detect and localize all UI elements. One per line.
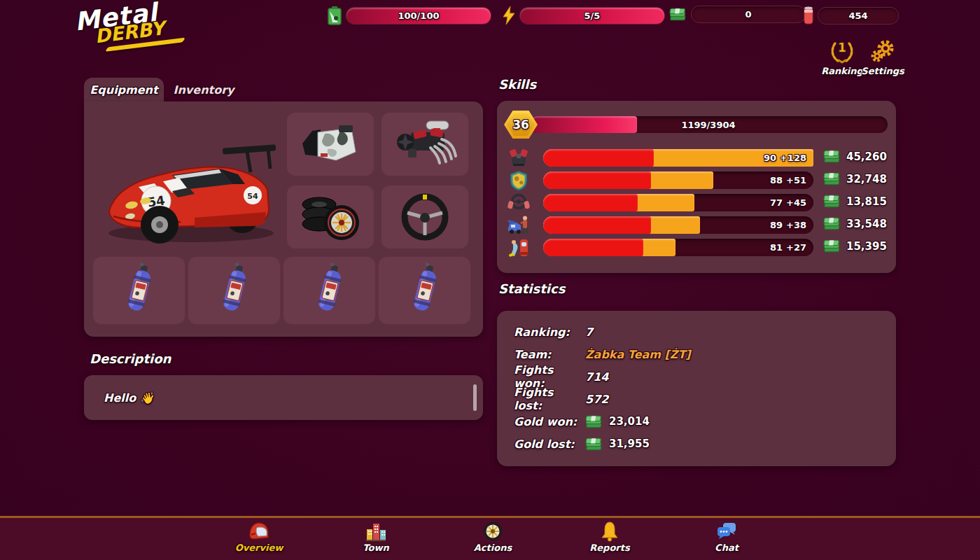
energy-resource: 5/5	[501, 6, 665, 25]
settings-label: Settings	[861, 66, 904, 76]
team-link[interactable]: Żabka Team [ŻT]	[585, 348, 691, 361]
stat-fights-lost: Fights lost: 572	[514, 391, 608, 407]
skill-bar: 88+51	[543, 172, 813, 189]
skill-cost-value: 45,260	[846, 150, 887, 163]
slot-body-armor[interactable]	[287, 113, 374, 176]
skill-cost: 32,748	[823, 172, 887, 186]
stat-label: Gold lost:	[514, 438, 585, 451]
xp-value: 1199/3904	[529, 116, 888, 133]
skill-value: 89	[770, 220, 783, 230]
stat-value: 714	[585, 370, 608, 384]
tab-inventory[interactable]: Inventory	[164, 78, 244, 102]
description-text: Hello 👋	[104, 375, 154, 420]
nav-label: Town	[363, 542, 388, 553]
fuel-can-icon	[326, 6, 343, 25]
nav-overview[interactable]: Overview	[231, 521, 287, 553]
soda-can-icon	[802, 6, 815, 25]
slot-nitro-3[interactable]	[284, 257, 375, 324]
skill-value: 77	[770, 197, 783, 208]
fuel-resource: 100/100	[326, 6, 491, 25]
fuel-value: 100/100	[346, 8, 491, 24]
slot-nitro-2[interactable]	[188, 257, 280, 324]
laurel-wreath-icon: 1	[829, 39, 855, 64]
stat-label: Team:	[514, 348, 585, 361]
nav-label: Chat	[715, 542, 738, 553]
money-icon	[585, 437, 604, 451]
nav-town[interactable]: Town	[348, 521, 404, 553]
stat-label: Ranking:	[514, 326, 585, 339]
nav-actions[interactable]: Actions	[465, 521, 521, 553]
money-value: 0	[692, 6, 805, 22]
cans-value: 454	[818, 8, 898, 24]
engine-icon	[507, 146, 531, 170]
level-badge: 36	[504, 111, 538, 139]
skill-cost: 33,548	[823, 216, 887, 231]
cans-bar: 454	[818, 7, 899, 24]
slot-engine[interactable]	[382, 113, 468, 176]
statistics-title: Statistics	[498, 281, 565, 296]
buildings-icon	[365, 521, 387, 542]
skill-cost: 13,815	[823, 194, 887, 209]
skill-bar: 90+128	[543, 149, 813, 167]
skill-bonus: +128	[780, 153, 806, 163]
money-icon	[823, 216, 842, 231]
stat-value: 23,014	[609, 415, 650, 428]
skills-title: Skills	[498, 77, 536, 92]
money-bar: 0	[691, 6, 806, 23]
nitro-bottle-icon	[118, 261, 160, 320]
lightning-icon	[501, 6, 517, 25]
tab-equipment[interactable]: Equipment	[84, 78, 164, 102]
nav-label: Overview	[235, 542, 284, 553]
skill-row-repair: 89+38 33,548	[497, 216, 896, 235]
money-icon	[669, 7, 688, 22]
skill-cost-value: 32,748	[846, 173, 887, 186]
ranking-button[interactable]: 1 Ranking	[819, 39, 865, 76]
skill-bonus: +38	[786, 220, 806, 230]
settings-button[interactable]: Settings	[860, 39, 906, 76]
stat-label: Fights lost:	[514, 386, 585, 412]
skill-bar: 77+45	[543, 194, 813, 211]
tires-set-icon	[295, 190, 365, 244]
armor-shield-icon	[507, 169, 531, 192]
skill-value: 88	[770, 175, 783, 186]
description-scrollbar[interactable]	[473, 384, 477, 411]
equipment-panel: 54 54	[84, 102, 483, 337]
skill-cost-value: 13,815	[846, 195, 887, 208]
money-icon	[823, 149, 842, 164]
stat-fights-won: Fights won: 714	[514, 368, 608, 385]
cans-resource: 454	[802, 6, 899, 25]
svg-text:1: 1	[838, 41, 846, 55]
ranking-label: Ranking	[821, 66, 863, 76]
skill-value: 90	[764, 153, 776, 163]
stat-label: Gold won:	[514, 415, 585, 428]
car-repair-icon	[507, 214, 531, 237]
nav-label: Actions	[474, 542, 512, 553]
nitro-bottle-icon	[309, 261, 351, 320]
energy-bar: 5/5	[519, 7, 665, 24]
slot-tires[interactable]	[287, 186, 374, 248]
skill-cost-value: 15,395	[846, 240, 887, 253]
skill-row-armor: 88+51 32,748	[497, 171, 896, 190]
nav-label: Reports	[589, 542, 629, 553]
car-image[interactable]: 54 54	[90, 106, 288, 254]
money-icon	[585, 414, 604, 429]
steering-wheel-icon	[507, 191, 531, 215]
svg-text:54: 54	[247, 192, 258, 201]
statistics-panel: Ranking: 7 Team: Żabka Team [ŻT] Fights …	[497, 311, 896, 466]
stat-value: 31,955	[609, 438, 650, 450]
metal-derby-logo[interactable]: Metal DERBY	[74, 0, 190, 55]
skill-cost-value: 33,548	[846, 218, 887, 230]
slot-nitro-1[interactable]	[93, 257, 185, 324]
skill-cost: 45,260	[823, 149, 887, 164]
slot-steering-wheel[interactable]	[382, 186, 468, 248]
description-box[interactable]: Hello 👋	[84, 375, 483, 420]
engine-v8-icon	[390, 118, 460, 170]
slot-nitro-4[interactable]	[379, 257, 470, 324]
nav-reports[interactable]: Reports	[582, 521, 638, 553]
skill-bonus: +45	[786, 197, 806, 208]
description-title: Description	[90, 351, 171, 366]
skill-cost: 15,395	[823, 239, 887, 253]
skill-bar: 81+27	[543, 239, 813, 256]
nitro-bottle-icon	[404, 261, 446, 320]
nav-chat[interactable]: Chat	[699, 521, 755, 553]
